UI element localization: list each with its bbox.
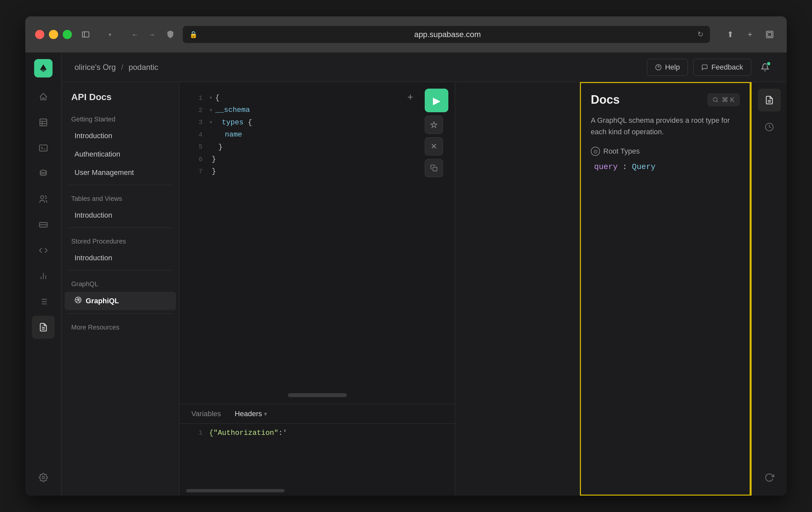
browser-actions: ⬆ +	[723, 27, 777, 42]
breadcrumb: olirice's Org / podantic	[75, 63, 642, 72]
variables-tab[interactable]: Variables	[186, 407, 226, 421]
browser-window: ▾ ← → 🔒 app.supabase.com ↻ ⬆ +	[25, 17, 787, 495]
sidebar-item-label: Introduction	[75, 132, 112, 140]
address-bar[interactable]: 🔒 app.supabase.com ↻	[183, 26, 710, 43]
app-logo[interactable]	[34, 59, 53, 78]
feedback-button[interactable]: Feedback	[693, 59, 751, 76]
nav-code-btn[interactable]	[32, 239, 55, 262]
sidebar-item-authentication[interactable]: Authentication	[65, 145, 176, 163]
nav-home-btn[interactable]	[32, 85, 55, 108]
docs-panel-toggle[interactable]	[758, 89, 781, 112]
browser-controls: ← →	[129, 29, 158, 40]
svg-point-10	[40, 170, 46, 173]
nav-users-btn[interactable]	[32, 188, 55, 211]
headers-chevron: ▾	[264, 410, 267, 418]
code-line-7: 7 }	[186, 165, 448, 177]
root-types-label: Root Types	[603, 147, 640, 155]
editor-scrollbar[interactable]	[288, 393, 347, 397]
nav-docs-btn[interactable]	[32, 316, 55, 339]
section-getting-started: Getting Started	[61, 109, 179, 126]
url-text: app.supabase.com	[202, 30, 694, 39]
docs-title: Docs	[591, 93, 620, 107]
svg-point-11	[40, 196, 43, 199]
copy-btn[interactable]	[425, 159, 443, 177]
refresh-btn[interactable]	[758, 466, 781, 489]
docs-root-types-section[interactable]: ⊙ Root Types	[591, 147, 740, 156]
breadcrumb-org: olirice's Org	[75, 63, 116, 72]
nav-list-btn[interactable]	[32, 290, 55, 313]
sidebar-item-label: Authentication	[75, 150, 120, 159]
traffic-lights	[35, 30, 72, 39]
sidebar-item-label: User Management	[75, 168, 134, 177]
sidebar-header: API Docs	[61, 89, 179, 109]
back-button[interactable]: ←	[129, 29, 141, 40]
sidebar: API Docs Getting Started Introduction Au…	[61, 82, 179, 495]
editor-toolbar: ▶ ✕	[425, 89, 448, 177]
variables-scrollbar[interactable]	[186, 489, 285, 492]
new-tab-icon[interactable]: +	[743, 27, 757, 42]
minimize-traffic-light[interactable]	[49, 30, 58, 39]
history-btn[interactable]	[758, 116, 781, 139]
nav-storage-btn[interactable]	[32, 213, 55, 236]
notification-button[interactable]	[757, 59, 774, 76]
far-right-panel	[751, 82, 787, 495]
variables-content[interactable]: 1 {"Authorization" :'	[179, 424, 455, 443]
code-line-6: 6 }	[186, 153, 448, 165]
magic-btn[interactable]	[425, 116, 443, 134]
code-line-2: 2 ▾ __schema	[186, 104, 448, 116]
result-panel	[455, 82, 580, 495]
nav-settings-btn[interactable]	[32, 466, 55, 489]
breadcrumb-separator: /	[121, 63, 123, 72]
editor-main: 1 ▾ { 2 ▾ __schema 3	[179, 82, 455, 404]
docs-header: Docs ⌘ K	[591, 93, 740, 107]
reload-icon[interactable]: ↻	[697, 30, 703, 39]
sidebar-item-label: Introduction	[75, 254, 112, 262]
graphql-editor: 1 ▾ { 2 ▾ __schema 3	[179, 82, 455, 495]
tabs-icon[interactable]	[762, 27, 777, 42]
svg-rect-0	[82, 32, 89, 37]
nav-table-btn[interactable]	[32, 111, 55, 134]
close-traffic-light[interactable]	[35, 30, 44, 39]
nav-reports-btn[interactable]	[32, 264, 55, 287]
maximize-traffic-light[interactable]	[63, 30, 72, 39]
graphiql-label: GraphiQL	[86, 297, 119, 305]
help-button[interactable]: Help	[647, 59, 688, 76]
docs-query-colon: :	[622, 163, 627, 171]
root-types-icon: ⊙	[591, 147, 600, 156]
sidebar-item-introduction-1[interactable]: Introduction	[65, 127, 176, 145]
svg-rect-4	[40, 119, 47, 126]
docs-description: A GraphQL schema provides a root type fo…	[591, 115, 740, 138]
nav-database-btn[interactable]	[32, 162, 55, 185]
section-tables-views: Tables and Views	[61, 189, 179, 206]
sidebar-title: API Docs	[71, 92, 112, 102]
share-icon[interactable]: ⬆	[723, 27, 737, 42]
svg-point-30	[713, 97, 717, 102]
section-stored-procedures: Stored Procedures	[61, 231, 179, 249]
sidebar-item-introduction-2[interactable]: Introduction	[65, 206, 176, 224]
docs-search-shortcut: ⌘ K	[722, 96, 734, 104]
sidebar-toggle-btn[interactable]	[79, 29, 93, 40]
svg-rect-8	[39, 145, 47, 151]
help-label: Help	[665, 63, 680, 72]
notification-dot	[766, 61, 771, 66]
feedback-label: Feedback	[711, 63, 743, 72]
chevron-down-icon[interactable]: ▾	[104, 29, 116, 40]
sidebar-item-introduction-3[interactable]: Introduction	[65, 249, 176, 267]
app-content: olirice's Org / podantic Help	[25, 53, 787, 495]
run-query-button[interactable]: ▶	[425, 89, 448, 112]
icon-nav	[25, 53, 61, 495]
sidebar-item-graphiql[interactable]: GraphiQL	[65, 292, 176, 310]
forward-button[interactable]: →	[146, 29, 158, 40]
graphiql-icon	[75, 296, 82, 306]
headers-tab[interactable]: Headers ▾	[229, 407, 272, 421]
add-button[interactable]: +	[402, 89, 419, 106]
sidebar-item-user-management[interactable]: User Management	[65, 164, 176, 181]
svg-rect-29	[433, 167, 437, 171]
nav-terminal-btn[interactable]	[32, 137, 55, 160]
docs-search-btn[interactable]: ⌘ K	[707, 93, 740, 106]
app-top-bar: olirice's Org / podantic Help	[61, 53, 787, 82]
close-btn[interactable]: ✕	[425, 137, 443, 155]
svg-rect-3	[768, 32, 772, 36]
docs-query-line: query : Query	[591, 163, 740, 171]
code-line-4: 4 name	[186, 129, 448, 141]
